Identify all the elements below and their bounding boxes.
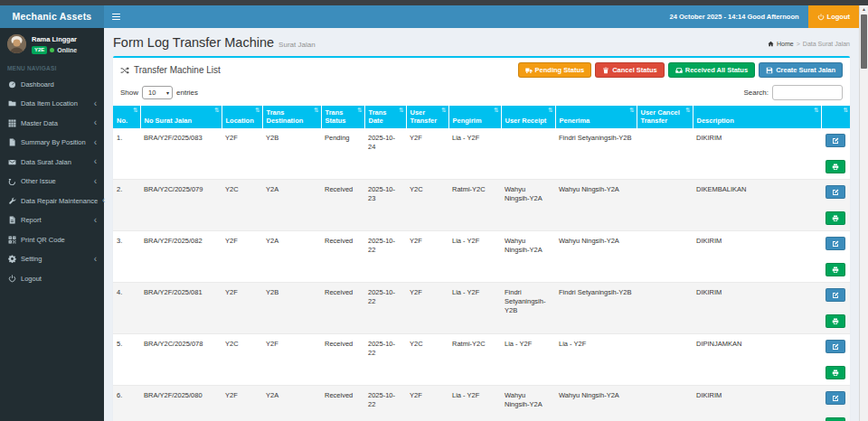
cell-trans-status: Pending [321, 128, 364, 180]
window-top-strip [0, 0, 868, 5]
column-header-trans-date[interactable]: Trans Date⇅ [364, 106, 406, 128]
sidebar-toggle-button[interactable] [104, 5, 127, 28]
column-header-user-transfer[interactable]: User Transfer⇅ [406, 106, 448, 128]
cell-location: Y2F [222, 283, 262, 334]
sidebar-item-summary-by-position[interactable]: Summary By Position‹ [0, 133, 104, 153]
sidebar-item-dashboard[interactable]: Dashboard [0, 75, 104, 95]
edit-row-button[interactable] [826, 288, 845, 302]
sidebar-item-other-issue[interactable]: Other Issue‹ [0, 172, 104, 192]
entries-label: entries [176, 89, 198, 97]
box-action-buttons: Pending StatusCancel StatusReceived All … [518, 62, 843, 78]
top-header: Mechanic Assets 24 October 2025 - 14:14 … [0, 5, 859, 28]
sidebar-item-data-item-location[interactable]: Data Item Location‹ [0, 94, 104, 114]
wrench-icon [7, 197, 16, 205]
user-location-badge: Y2E [32, 46, 47, 54]
sidebar-item-label: Master Data [21, 119, 58, 127]
menu-section-label: MENU NAVIGASI [0, 61, 104, 75]
cell-user-transfer: Y2F [406, 283, 448, 334]
cell-pengirim: Lia - Y2F [448, 283, 501, 334]
column-header-description[interactable]: Description⇅ [693, 106, 821, 128]
sidebar-item-data-surat-jalan[interactable]: Data Surat Jalan‹ [0, 153, 104, 173]
edit-row-button[interactable] [826, 340, 845, 353]
cell-pengirim: Lia - Y2F [448, 386, 501, 421]
power-icon [7, 275, 16, 283]
cell-user-cancel-transfer [637, 283, 693, 334]
home-icon [768, 41, 774, 47]
cell-trans-destination: Y2A [262, 386, 321, 421]
chevron-left-icon: ‹ [94, 157, 97, 166]
scrollbar-thumb[interactable] [861, 14, 867, 69]
transfer-machine-box: Transfer Machine List Pending StatusCanc… [113, 56, 850, 421]
cell-description: DIKIRIM [693, 128, 821, 180]
cell-user-transfer: Y2F [406, 231, 448, 283]
scrollbar-up-arrow[interactable]: ▲ [860, 5, 868, 14]
sidebar-item-setting[interactable]: Setting‹ [0, 249, 104, 269]
cell-no: 1. [113, 128, 140, 180]
cell-pengirim: Lia - Y2F [448, 128, 501, 180]
column-header-user-receipt[interactable]: User Receipt⇅ [501, 106, 555, 128]
edit-icon [832, 237, 839, 250]
column-header-trans-status[interactable]: Trans Status⇅ [321, 106, 364, 128]
create-surat-jalan-button[interactable]: Create Surat Jalan [759, 62, 843, 78]
sidebar-item-report[interactable]: Report‹ [0, 210, 104, 230]
cell-user-cancel-transfer [637, 180, 693, 231]
sort-icon: ⇅ [314, 107, 318, 114]
sidebar-item-print-qr-code[interactable]: Print QR Code [0, 230, 104, 250]
app-logo[interactable]: Mechanic Assets [0, 5, 104, 28]
datetime-greeting: 24 October 2025 - 14:14 Good Afternoon [670, 13, 799, 21]
column-header-actions[interactable]: ⇅ [821, 106, 850, 128]
sidebar-item-data-repair-maintenance[interactable]: Data Repair Maintenance‹ [0, 192, 104, 211]
column-header-user-cancel-transfer[interactable]: User Cancel Transfer⇅ [637, 106, 693, 128]
cell-no-surat-jalan: BRA/Y2F/2025/081 [140, 283, 222, 334]
cell-user-transfer: Y2C [406, 180, 448, 231]
print-row-button[interactable] [826, 417, 845, 421]
print-row-button[interactable] [826, 314, 845, 328]
search-input[interactable] [772, 85, 843, 100]
print-row-button[interactable] [826, 160, 845, 173]
sort-icon: ⇅ [133, 107, 137, 114]
edit-row-button[interactable] [826, 391, 845, 405]
cell-trans-date: 2025-10-22 [364, 386, 406, 421]
cancel-status-button[interactable]: Cancel Status [595, 62, 665, 78]
logout-button[interactable]: Logout [808, 5, 859, 28]
table-row: 2.BRA/Y2C/2025/079Y2CY2AReceived2025-10-… [113, 180, 850, 231]
box-title-label: Transfer Machine List [134, 65, 221, 75]
pending-status-button[interactable]: Pending Status [518, 62, 592, 78]
cell-user-receipt: Wahyu Ningsih-Y2A [501, 231, 555, 283]
column-header-no-surat-jalan[interactable]: No Surat Jalan⇅ [140, 106, 222, 128]
vertical-scrollbar[interactable]: ▲ [859, 5, 868, 421]
sidebar-item-master-data[interactable]: Master Data‹ [0, 114, 104, 134]
column-header-location[interactable]: Location⇅ [222, 106, 262, 128]
cell-location: Y2F [222, 386, 262, 421]
column-header-trans-destination[interactable]: Trans Destination⇅ [262, 106, 321, 128]
cell-description: DIKIRIM [693, 283, 821, 334]
edit-row-button[interactable] [826, 237, 845, 250]
breadcrumb-separator: > [797, 41, 800, 47]
row-actions-cell [821, 386, 850, 421]
breadcrumb: Home > Data Surat Jalan [768, 41, 850, 50]
cell-trans-date: 2025-10-22 [364, 231, 406, 283]
column-header-no[interactable]: No.⇅ [113, 106, 140, 128]
cell-user-cancel-transfer [637, 334, 693, 386]
sort-icon: ⇅ [357, 107, 362, 114]
print-row-button[interactable] [826, 211, 845, 225]
edit-row-button[interactable] [826, 185, 845, 199]
sidebar: Rama Linggar Y2E Online MENU NAVIGASI Da… [0, 28, 104, 421]
column-header-pengirim[interactable]: Pengirim⇅ [448, 106, 501, 128]
chevron-left-icon: ‹ [94, 216, 97, 225]
breadcrumb-home-link[interactable]: Home [777, 41, 794, 47]
cell-trans-destination: Y2A [262, 231, 321, 283]
print-row-button[interactable] [826, 366, 845, 379]
print-row-button[interactable] [826, 263, 845, 276]
sidebar-item-logout[interactable]: Logout [0, 269, 104, 289]
cell-trans-date: 2025-10-22 [364, 283, 406, 334]
page-length-select[interactable]: 10 ▾ [142, 86, 173, 99]
table-row: 1.BRA/Y2F/2025/083Y2FY2BPending2025-10-2… [113, 128, 850, 180]
edit-row-button[interactable] [826, 134, 845, 147]
received-all-status-button[interactable]: Received All Status [668, 62, 755, 78]
button-label: Create Surat Jalan [776, 66, 835, 74]
cell-description: DIKEMBALIKAN [693, 180, 821, 231]
cell-user-receipt: Wahyu Ningsih-Y2A [501, 386, 555, 421]
box-title: Transfer Machine List [120, 65, 221, 75]
column-header-penerima[interactable]: Penerima⇅ [555, 106, 637, 128]
